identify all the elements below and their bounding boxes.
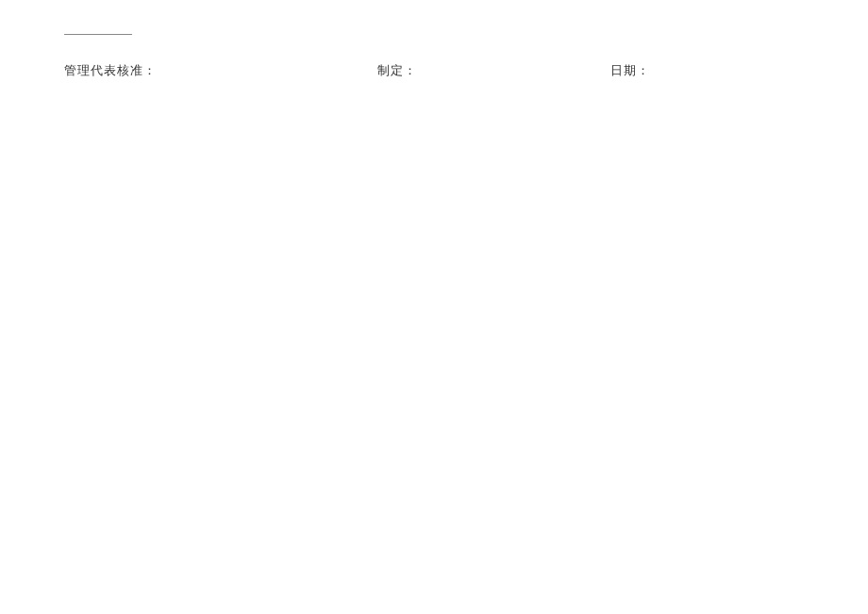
date-label: 日期： — [610, 62, 830, 79]
signature-row: 管理代表核准： 制定： 日期： — [64, 62, 830, 79]
approver-label: 管理代表核准： — [64, 62, 377, 79]
header-border-line — [64, 34, 132, 35]
preparer-label: 制定： — [377, 62, 610, 79]
